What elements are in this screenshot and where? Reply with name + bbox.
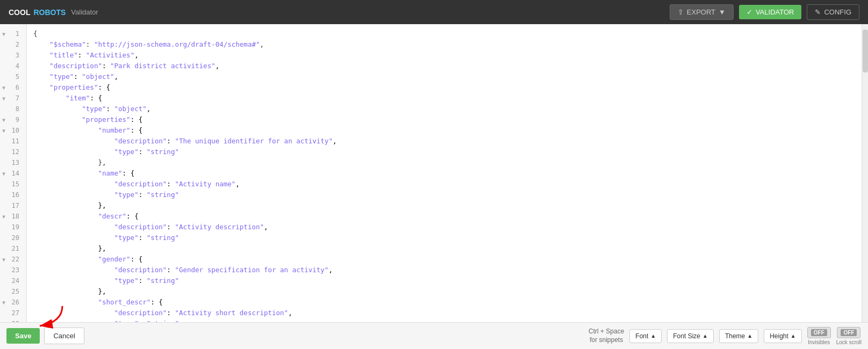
fold-arrow-icon[interactable]: ▼ (2, 300, 8, 305)
code-line-28: "type": "string" (33, 318, 855, 322)
config-button[interactable]: ✎ CONFIG (807, 4, 859, 20)
code-line-13: }, (33, 157, 855, 168)
validator-button[interactable]: ✓ VALIDATOR (739, 5, 802, 19)
fold-arrow-icon[interactable]: ▼ (2, 31, 8, 37)
font-caret-icon: ▲ (650, 333, 656, 339)
header-left: COOLROBOTS Validator (9, 8, 98, 17)
font-label: Font (635, 332, 648, 340)
line-number-20: 20 (0, 232, 26, 243)
line-number-23: 23 (0, 265, 26, 275)
code-line-12: "type": "string" (33, 147, 855, 157)
footer-left: Save Cancel (6, 328, 84, 344)
code-line-21: }, (33, 243, 855, 254)
edit-icon: ✎ (815, 8, 821, 16)
code-line-26: "short_descr": { (33, 297, 855, 308)
invisibles-toggle-btn[interactable]: OFF (807, 327, 831, 338)
brand-cool: COOL (9, 8, 30, 17)
footer-right: Ctrl + Space for snippets Font ▲ Font Si… (589, 327, 862, 345)
code-line-19: "description": "Activity description", (33, 222, 855, 232)
code-area[interactable]: { "$schema": "http://json-schema.org/dra… (27, 24, 862, 322)
line-number-7: ▼7 (0, 93, 26, 104)
cancel-button[interactable]: Cancel (44, 328, 84, 344)
lock-scroll-toggle[interactable]: OFF Lock scroll (836, 327, 862, 345)
line-number-12: 12 (0, 147, 26, 157)
code-line-18: "descr": { (33, 211, 855, 222)
line-number-10: ▼10 (0, 125, 26, 136)
export-caret-icon: ▼ (719, 8, 726, 16)
lock-scroll-toggle-btn[interactable]: OFF (837, 327, 860, 338)
fold-arrow-icon[interactable]: ▼ (2, 96, 8, 101)
line-number-9: ▼9 (0, 114, 26, 125)
invisibles-off-indicator: OFF (811, 329, 827, 336)
shortcut-line1: Ctrl + Space (589, 328, 624, 336)
height-dropdown[interactable]: Height ▲ (764, 329, 802, 343)
line-number-3: 3 (0, 50, 26, 61)
theme-caret-icon: ▲ (747, 333, 752, 339)
code-line-2: "$schema": "http://json-schema.org/draft… (33, 39, 855, 50)
line-number-26: ▼26 (0, 297, 26, 308)
shortcut-line2: for snippets (589, 336, 624, 345)
code-line-25: }, (33, 286, 855, 297)
font-size-dropdown[interactable]: Font Size ▲ (667, 329, 714, 343)
code-line-22: "gender": { (33, 254, 855, 265)
lock-scroll-off-indicator: OFF (841, 329, 857, 336)
fold-arrow-icon[interactable]: ▼ (2, 117, 8, 122)
code-line-14: "name": { (33, 168, 855, 179)
code-line-1: { (33, 28, 855, 39)
code-line-3: "title": "Activities", (33, 50, 855, 61)
invisibles-toggle[interactable]: OFF Invisibles (807, 327, 831, 345)
fold-arrow-icon[interactable]: ▼ (2, 85, 8, 90)
code-line-5: "type": "object", (33, 71, 855, 82)
height-caret-icon: ▲ (791, 333, 796, 339)
code-line-20: "type": "string" (33, 232, 855, 243)
fold-arrow-icon[interactable]: ▼ (2, 171, 8, 176)
line-number-5: 5 (0, 71, 26, 82)
line-number-28: 28 (0, 318, 26, 322)
code-line-7: "item": { (33, 93, 855, 104)
export-button[interactable]: ⇧ EXPORT ▼ (670, 4, 734, 20)
export-label: EXPORT (687, 8, 715, 16)
vertical-scrollbar[interactable] (862, 24, 868, 322)
code-line-23: "description": "Gender specification for… (33, 265, 855, 275)
line-number-21: 21 (0, 243, 26, 254)
checkmark-icon: ✓ (747, 8, 752, 16)
fold-arrow-icon[interactable]: ▼ (2, 257, 8, 262)
line-number-17: 17 (0, 200, 26, 211)
line-number-2: 2 (0, 39, 26, 50)
shortcut-hint: Ctrl + Space for snippets (589, 328, 624, 344)
fold-arrow-icon[interactable]: ▼ (2, 214, 8, 219)
fold-arrow-icon[interactable]: ▼ (2, 128, 8, 133)
font-size-caret-icon: ▲ (702, 333, 708, 339)
font-dropdown[interactable]: Font ▲ (629, 329, 662, 343)
theme-label: Theme (725, 332, 745, 340)
scrollbar-thumb[interactable] (863, 30, 868, 72)
invisibles-toggle-label: Invisibles (808, 339, 830, 345)
line-number-15: 15 (0, 179, 26, 190)
code-line-4: "description": "Park district activities… (33, 61, 855, 71)
brand-validator: Validator (71, 8, 98, 16)
code-line-11: "description": "The unique identifier fo… (33, 136, 855, 147)
line-number-13: 13 (0, 157, 26, 168)
line-number-14: ▼14 (0, 168, 26, 179)
line-number-22: ▼22 (0, 254, 26, 265)
header-right: ⇧ EXPORT ▼ ✓ VALIDATOR ✎ CONFIG (670, 4, 859, 20)
code-line-27: "description": "Activity short descripti… (33, 308, 855, 318)
height-label: Height (770, 332, 788, 340)
code-line-15: "description": "Activity name", (33, 179, 855, 190)
code-line-17: }, (33, 200, 855, 211)
line-number-19: 19 (0, 222, 26, 232)
font-size-label: Font Size (673, 332, 700, 340)
line-numbers: ▼12345▼6▼78▼9▼10111213▼14151617▼18192021… (0, 24, 27, 322)
brand-robots: ROBOTS (33, 8, 66, 17)
line-number-11: 11 (0, 136, 26, 147)
line-number-6: ▼6 (0, 82, 26, 93)
lock-scroll-toggle-label: Lock scroll (836, 339, 862, 345)
export-icon: ⇧ (678, 8, 684, 16)
theme-dropdown[interactable]: Theme ▲ (719, 329, 758, 343)
line-number-24: 24 (0, 275, 26, 286)
line-number-8: 8 (0, 104, 26, 114)
save-button[interactable]: Save (6, 328, 40, 344)
line-number-18: ▼18 (0, 211, 26, 222)
code-line-10: "number": { (33, 125, 855, 136)
header: COOLROBOTS Validator ⇧ EXPORT ▼ ✓ VALIDA… (0, 0, 868, 24)
